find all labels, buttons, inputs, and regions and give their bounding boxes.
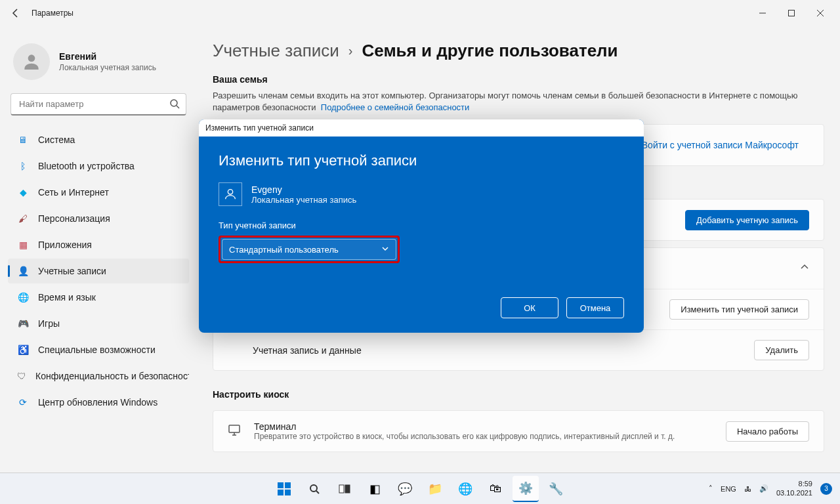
sidebar-item-label: Сеть и Интернет bbox=[38, 187, 109, 198]
start-button[interactable] bbox=[271, 476, 297, 502]
ok-button[interactable]: ОК bbox=[501, 297, 558, 318]
sidebar: Евгений Локальная учетная запись 🖥Систем… bbox=[0, 26, 197, 472]
dialog-user-sub: Локальная учетная запись bbox=[251, 195, 356, 205]
task-view-icon[interactable] bbox=[331, 476, 358, 502]
system-icon: 🖥 bbox=[17, 134, 29, 146]
edge-icon[interactable]: 🌐 bbox=[452, 476, 478, 502]
notification-badge[interactable]: 3 bbox=[820, 483, 832, 495]
back-button[interactable] bbox=[5, 3, 26, 24]
titlebar: Параметры bbox=[0, 0, 840, 26]
svg-point-3 bbox=[171, 100, 177, 106]
sidebar-item-network[interactable]: ◆Сеть и Интернет bbox=[8, 180, 189, 205]
svg-point-8 bbox=[228, 190, 232, 194]
kiosk-desc: Превратите это устройство в киоск, чтобы… bbox=[254, 432, 726, 441]
svg-rect-10 bbox=[285, 482, 291, 488]
tray-chevron-icon[interactable]: ˄ bbox=[709, 484, 713, 493]
explorer-icon[interactable]: 📁 bbox=[422, 476, 448, 502]
dialog-user-name: Evgeny bbox=[251, 184, 356, 195]
profile-block[interactable]: Евгений Локальная учетная запись bbox=[8, 33, 189, 93]
settings-icon[interactable]: ⚙️ bbox=[513, 476, 539, 502]
sidebar-item-label: Bluetooth и устройства bbox=[38, 161, 135, 171]
tray-volume-icon[interactable]: 🔊 bbox=[759, 484, 768, 493]
family-section-title: Ваша семья bbox=[213, 74, 824, 85]
time-icon: 🌐 bbox=[17, 291, 29, 303]
sidebar-item-label: Игры bbox=[38, 318, 60, 329]
cancel-button[interactable]: Отмена bbox=[566, 297, 624, 318]
sidebar-item-label: Специальные возможности bbox=[38, 345, 156, 355]
chevron-up-icon bbox=[800, 262, 809, 274]
sidebar-item-accessibility[interactable]: ♿Специальные возможности bbox=[8, 337, 189, 362]
dialog-titlebar: Изменить тип учетной записи bbox=[199, 119, 644, 136]
sidebar-item-label: Конфиденциальность и безопасность bbox=[35, 371, 189, 381]
dialog-user-avatar bbox=[219, 182, 242, 206]
svg-rect-12 bbox=[285, 490, 291, 495]
delete-account-button[interactable]: Удалить bbox=[754, 340, 809, 360]
sidebar-item-accounts[interactable]: 👤Учетные записи bbox=[8, 259, 189, 284]
search-input[interactable] bbox=[10, 93, 186, 116]
taskbar: ◧ 💬 📁 🌐 🛍 ⚙️ 🔧 ˄ ENG 🖧 🔊 8:59 03.10.2021… bbox=[0, 472, 840, 504]
sidebar-item-label: Центр обновления Windows bbox=[38, 397, 158, 408]
svg-rect-5 bbox=[229, 425, 240, 432]
close-button[interactable] bbox=[806, 3, 835, 24]
highlight-box: Стандартный пользователь bbox=[219, 236, 400, 263]
nav-list: 🖥СистемаᛒBluetooth и устройства◆Сеть и И… bbox=[8, 127, 189, 415]
tray-network-icon[interactable]: 🖧 bbox=[744, 485, 751, 493]
store-icon[interactable]: 🛍 bbox=[482, 476, 509, 502]
avatar bbox=[13, 43, 50, 80]
account-type-dropdown[interactable]: Стандартный пользователь bbox=[222, 239, 396, 260]
svg-line-4 bbox=[177, 106, 179, 108]
svg-rect-1 bbox=[789, 10, 795, 16]
svg-rect-16 bbox=[345, 485, 350, 493]
bluetooth-icon: ᛒ bbox=[17, 160, 29, 172]
chat-icon[interactable]: 💬 bbox=[392, 476, 418, 502]
svg-point-2 bbox=[28, 54, 35, 62]
tray-language[interactable]: ENG bbox=[721, 485, 736, 493]
dialog-heading: Изменить тип учетной записи bbox=[219, 152, 624, 169]
account-type-label: Тип учетной записи bbox=[219, 220, 624, 230]
apps-icon: ▦ bbox=[17, 239, 29, 251]
chevron-right-icon: › bbox=[348, 43, 353, 58]
sidebar-item-privacy[interactable]: 🛡Конфиденциальность и безопасность bbox=[8, 364, 189, 388]
sidebar-item-label: Время и язык bbox=[38, 292, 96, 303]
breadcrumb-parent[interactable]: Учетные записи bbox=[213, 41, 339, 61]
sidebar-item-update[interactable]: ⟳Центр обновления Windows bbox=[8, 390, 189, 415]
app-icon[interactable]: 🔧 bbox=[543, 476, 569, 502]
terminal-icon bbox=[228, 423, 243, 439]
sidebar-item-personalization[interactable]: 🖌Персонализация bbox=[8, 206, 189, 231]
sidebar-item-label: Персонализация bbox=[38, 213, 110, 224]
add-account-button[interactable]: Добавить учетную запись bbox=[685, 210, 809, 230]
sidebar-item-apps[interactable]: ▦Приложения bbox=[8, 232, 189, 257]
sidebar-item-bluetooth[interactable]: ᛒBluetooth и устройства bbox=[8, 154, 189, 178]
sidebar-item-time[interactable]: 🌐Время и язык bbox=[8, 285, 189, 310]
family-safety-link[interactable]: Подробнее о семейной безопасности bbox=[321, 102, 470, 112]
kiosk-terminal-label: Терминал bbox=[254, 421, 726, 432]
minimize-button[interactable] bbox=[748, 3, 777, 24]
taskbar-search-icon[interactable] bbox=[301, 476, 327, 502]
svg-rect-11 bbox=[278, 490, 284, 495]
sidebar-item-gaming[interactable]: 🎮Игры bbox=[8, 311, 189, 336]
gaming-icon: 🎮 bbox=[17, 318, 29, 329]
tray-clock[interactable]: 8:59 03.10.2021 bbox=[776, 480, 812, 497]
accessibility-icon: ♿ bbox=[17, 344, 29, 356]
personalization-icon: 🖌 bbox=[17, 213, 29, 224]
widgets-icon[interactable]: ◧ bbox=[362, 476, 388, 502]
family-section-desc: Разрешить членам семьи входить на этот к… bbox=[213, 90, 824, 114]
dropdown-selected: Стандартный пользователь bbox=[229, 245, 339, 255]
account-data-row: Учетная запись и данные Удалить bbox=[213, 329, 824, 370]
kiosk-start-button[interactable]: Начало работы bbox=[726, 421, 809, 442]
breadcrumb: Учетные записи › Семья и другие пользова… bbox=[213, 41, 824, 61]
svg-rect-15 bbox=[339, 485, 344, 493]
network-icon: ◆ bbox=[17, 186, 29, 198]
maximize-button[interactable] bbox=[777, 3, 806, 24]
signin-ms-button[interactable]: Войти с учетной записи Майкрософт bbox=[631, 135, 809, 155]
update-icon: ⟳ bbox=[17, 396, 29, 408]
profile-sub: Локальная учетная запись bbox=[59, 63, 156, 72]
svg-point-13 bbox=[310, 485, 317, 492]
search-box[interactable] bbox=[10, 93, 186, 116]
profile-name: Евгений bbox=[59, 51, 156, 62]
change-account-type-dialog: Изменить тип учетной записи Изменить тип… bbox=[199, 119, 644, 333]
kiosk-card: Терминал Превратите это устройство в кио… bbox=[213, 410, 824, 452]
sidebar-item-system[interactable]: 🖥Система bbox=[8, 127, 189, 152]
search-icon bbox=[169, 98, 180, 112]
change-account-type-button[interactable]: Изменить тип учетной записи bbox=[669, 299, 809, 320]
